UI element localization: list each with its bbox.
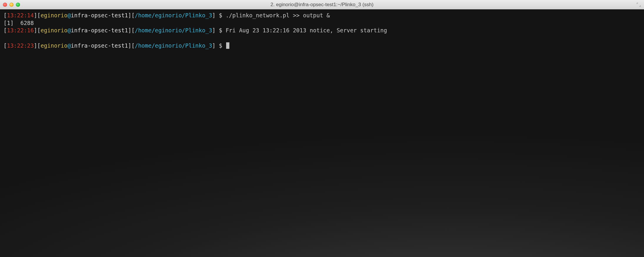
prompt-time: 13:22:14 (7, 12, 34, 19)
prompt-at: @ (67, 27, 71, 34)
title-bar[interactable]: 2. eginorio@infra-opsec-test1:~/Plinko_3… (0, 0, 644, 9)
bracket: [ (37, 12, 40, 19)
prompt-host: infra-opsec-test1 (71, 12, 128, 19)
prompt-user: eginorio (41, 42, 68, 49)
bracket: ] (128, 42, 131, 49)
terminal-line: [1] 6288 (4, 19, 640, 27)
prompt-path: /home/eginorio/Plinko_3 (135, 42, 212, 49)
window-title: 2. eginorio@infra-opsec-test1:~/Plinko_3… (271, 2, 373, 8)
bracket: [ (4, 12, 7, 19)
fullscreen-icon[interactable] (636, 2, 641, 7)
bracket: [ (131, 42, 135, 49)
command-text: ./plinko_network.pl >> output & (226, 12, 330, 19)
output-text: Fri Aug 23 13:22:16 2013 notice, Server … (226, 27, 387, 34)
prompt-host: infra-opsec-test1 (71, 42, 128, 49)
bracket: ] (212, 12, 215, 19)
terminal-body[interactable]: [13:22:14][eginorio@infra-opsec-test1][/… (0, 9, 644, 257)
bracket: [ (131, 27, 135, 34)
close-button[interactable] (3, 3, 7, 7)
bracket: ] (128, 27, 131, 34)
bracket: [ (4, 27, 7, 34)
job-output: [1] 6288 (4, 20, 34, 26)
prompt-path: /home/eginorio/Plinko_3 (135, 27, 212, 34)
bracket: [ (131, 12, 135, 19)
bracket: [ (4, 42, 7, 49)
terminal-line: [13:22:16][eginorio@infra-opsec-test1][/… (4, 27, 640, 34)
bracket: [ (37, 42, 40, 49)
bracket: ] (34, 27, 37, 34)
prompt-time: 13:22:16 (7, 27, 34, 34)
prompt-dollar: $ (216, 12, 226, 19)
prompt-host: infra-opsec-test1 (71, 27, 128, 34)
minimize-button[interactable] (9, 3, 14, 7)
bracket: ] (212, 42, 215, 49)
prompt-user: eginorio (41, 12, 68, 19)
traffic-lights (3, 3, 20, 7)
bracket: ] (34, 12, 37, 19)
zoom-button[interactable] (16, 3, 20, 7)
terminal-line: [13:22:14][eginorio@infra-opsec-test1][/… (4, 12, 640, 19)
bracket: ] (34, 42, 37, 49)
terminal-line: [13:22:23][eginorio@infra-opsec-test1][/… (4, 42, 640, 50)
prompt-time: 13:22:23 (7, 42, 34, 49)
cursor (226, 42, 229, 49)
bracket: [ (37, 27, 40, 34)
prompt-at: @ (67, 12, 71, 19)
prompt-dollar: $ (216, 42, 226, 49)
prompt-at: @ (67, 42, 71, 49)
bracket: ] (128, 12, 131, 19)
bracket: ] (212, 27, 215, 34)
terminal-blank-line (4, 34, 640, 42)
prompt-dollar: $ (216, 27, 226, 34)
terminal-window: 2. eginorio@infra-opsec-test1:~/Plinko_3… (0, 0, 644, 257)
prompt-user: eginorio (41, 27, 68, 34)
prompt-path: /home/eginorio/Plinko_3 (135, 12, 212, 19)
